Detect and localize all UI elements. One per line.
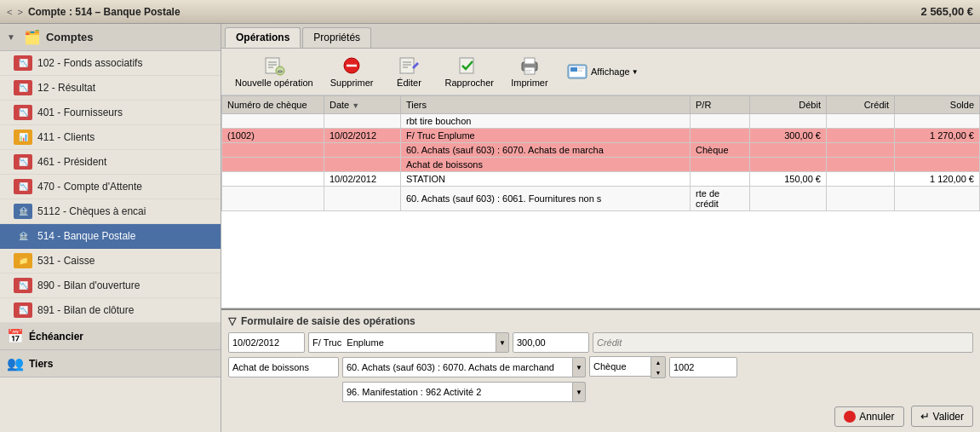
imprimer-button[interactable]: Imprimer bbox=[504, 52, 555, 91]
chart-red-icon: 📉 bbox=[14, 55, 32, 71]
sidebar-section-label: Échéancier bbox=[29, 331, 83, 343]
main-layout: ▼ 🗂️ Comptes 📉 102 - Fonds associatifs 📉… bbox=[0, 24, 980, 432]
tiers-dropdown-button[interactable]: ▼ bbox=[496, 332, 509, 353]
chart-red-icon: 📉 bbox=[14, 80, 32, 95]
table-row[interactable]: rbt tire bouchon bbox=[222, 114, 980, 129]
cell-credit bbox=[827, 172, 895, 187]
description-input[interactable] bbox=[228, 357, 339, 377]
col-numero: Numéro de chèque bbox=[222, 96, 324, 114]
sidebar-item-461[interactable]: 📉 461 - Président bbox=[0, 150, 221, 175]
affichage-button[interactable]: Affichage ▼ bbox=[559, 58, 645, 85]
sidebar-section-label: Tiers bbox=[29, 358, 53, 370]
table-row[interactable]: 60. Achats (sauf 603) : 6070. Achats de … bbox=[222, 143, 980, 158]
account2-input[interactable] bbox=[342, 382, 572, 402]
cell-pr: Chèque bbox=[691, 143, 750, 158]
sidebar-item-411[interactable]: 📊 411 - Clients bbox=[0, 125, 221, 150]
editer-icon bbox=[397, 55, 421, 76]
svg-text:✏: ✏ bbox=[278, 68, 284, 76]
cell-numero bbox=[222, 143, 324, 158]
cell-debit bbox=[750, 114, 827, 129]
title-bar: < > Compte : 514 – Banque Postale 2 565,… bbox=[0, 0, 980, 24]
credit-input[interactable] bbox=[593, 332, 973, 353]
account-input[interactable] bbox=[342, 357, 572, 377]
sidebar-item-514[interactable]: 🏦 514 - Banque Postale bbox=[0, 224, 221, 249]
table-row[interactable]: Achat de boissons bbox=[222, 158, 980, 172]
cell-numero bbox=[222, 172, 324, 187]
svg-rect-15 bbox=[524, 58, 535, 64]
valider-button[interactable]: ↵ Valider bbox=[911, 406, 973, 427]
date-input[interactable] bbox=[228, 332, 305, 353]
cell-date: 10/02/2012 bbox=[324, 129, 401, 143]
account2-dropdown-button[interactable]: ▼ bbox=[572, 382, 586, 402]
cell-debit: 300,00 € bbox=[750, 129, 827, 143]
tab-operations[interactable]: Opérations bbox=[225, 27, 301, 48]
sidebar-item-label: 5112 - Chèques à encai bbox=[37, 205, 146, 217]
sidebar-section-echeancier[interactable]: 📅 Échéancier bbox=[0, 323, 221, 350]
transactions-table-scroll[interactable]: Numéro de chèque Date ▼ Tiers P/R Débit … bbox=[221, 95, 980, 308]
sidebar-item-401[interactable]: 📉 401 - Fournisseurs bbox=[0, 101, 221, 125]
affichage-label: Affichage bbox=[591, 66, 630, 77]
account-dropdown-button[interactable]: ▼ bbox=[572, 357, 586, 377]
cell-credit bbox=[827, 114, 895, 129]
cheque-number-input[interactable] bbox=[669, 357, 737, 377]
col-date[interactable]: Date ▼ bbox=[324, 96, 401, 114]
payment-input[interactable] bbox=[589, 356, 650, 377]
nav-forward-button[interactable]: > bbox=[17, 7, 22, 17]
spinner-up[interactable]: ▲ bbox=[651, 357, 665, 367]
cell-pr bbox=[691, 129, 750, 143]
cell-desc: Achat de boissons bbox=[401, 158, 691, 172]
cell-pr bbox=[691, 114, 750, 129]
cell-solde bbox=[895, 143, 980, 158]
window-title: Compte : 514 – Banque Postale bbox=[28, 6, 181, 18]
cell-solde: 1 270,00 € bbox=[895, 129, 980, 143]
valider-icon: ↵ bbox=[920, 410, 930, 423]
valider-label: Valider bbox=[933, 411, 964, 423]
sidebar-item-label: 890 - Bilan d'ouverture bbox=[37, 279, 140, 291]
nouvelle-operation-icon: ✏ bbox=[262, 55, 286, 76]
sidebar-item-890[interactable]: 📉 890 - Bilan d'ouverture bbox=[0, 274, 221, 298]
amount-input[interactable] bbox=[513, 332, 589, 353]
payment-spinner[interactable]: ▲ ▼ bbox=[650, 356, 666, 378]
form-row-3: ▼ bbox=[228, 382, 973, 402]
account-balance: 2 565,00 € bbox=[921, 5, 973, 18]
table-row[interactable]: 10/02/2012 STATION 150,00 € 1 120,00 € bbox=[222, 172, 980, 187]
table-row[interactable]: (1002) 10/02/2012 F/ Truc Enplume 300,00… bbox=[222, 129, 980, 143]
nav-back-button[interactable]: < bbox=[7, 7, 12, 17]
table-row[interactable]: 60. Achats (sauf 603) : 6061. Fourniture… bbox=[222, 187, 980, 211]
form-collapse-icon[interactable]: ▽ bbox=[228, 315, 236, 327]
affichage-icon bbox=[565, 61, 589, 82]
sidebar-item-891[interactable]: 📉 891 - Bilan de clôture bbox=[0, 298, 221, 323]
sidebar-item-531[interactable]: 📁 531 - Caisse bbox=[0, 249, 221, 274]
sidebar-toggle[interactable]: ▼ bbox=[7, 32, 15, 42]
svg-rect-18 bbox=[525, 72, 530, 72]
chart-orange-icon: 📊 bbox=[14, 130, 32, 145]
cell-debit: 150,00 € bbox=[750, 172, 827, 187]
sidebar-header: ▼ 🗂️ Comptes bbox=[0, 24, 221, 51]
sidebar-item-12[interactable]: 📉 12 - Résultat bbox=[0, 76, 221, 101]
affichage-dropdown-arrow: ▼ bbox=[632, 68, 639, 76]
sidebar-item-5112[interactable]: 🏦 5112 - Chèques à encai bbox=[0, 199, 221, 224]
supprimer-button[interactable]: Supprimer bbox=[324, 52, 381, 91]
editer-button[interactable]: Éditer bbox=[383, 52, 434, 91]
cell-credit bbox=[827, 187, 895, 211]
cell-date bbox=[324, 158, 401, 172]
cell-numero: (1002) bbox=[222, 129, 324, 143]
sidebar: ▼ 🗂️ Comptes 📉 102 - Fonds associatifs 📉… bbox=[0, 24, 221, 432]
rapprocher-label: Rapprocher bbox=[444, 78, 493, 88]
cell-pr bbox=[691, 172, 750, 187]
tiers-input[interactable] bbox=[308, 332, 496, 353]
form-row-1: ▼ bbox=[228, 332, 973, 353]
spinner-down[interactable]: ▼ bbox=[651, 367, 665, 377]
nouvelle-operation-button[interactable]: ✏ Nouvelle opération bbox=[228, 52, 320, 91]
payment-input-group: ▲ ▼ bbox=[589, 356, 666, 378]
sidebar-section-tiers[interactable]: 👥 Tiers bbox=[0, 350, 221, 377]
sidebar-item-102[interactable]: 📉 102 - Fonds associatifs bbox=[0, 51, 221, 76]
imprimer-label: Imprimer bbox=[511, 78, 547, 88]
toolbar: ✏ Nouvelle opération Supprimer bbox=[221, 49, 980, 95]
tab-proprietes[interactable]: Propriétés bbox=[302, 27, 371, 48]
rapprocher-button[interactable]: Rapprocher bbox=[438, 52, 500, 91]
sidebar-item-470[interactable]: 📉 470 - Compte d'Attente bbox=[0, 175, 221, 199]
cell-date: 10/02/2012 bbox=[324, 172, 401, 187]
annuler-button[interactable]: Annuler bbox=[834, 406, 903, 427]
svg-rect-21 bbox=[570, 67, 577, 72]
